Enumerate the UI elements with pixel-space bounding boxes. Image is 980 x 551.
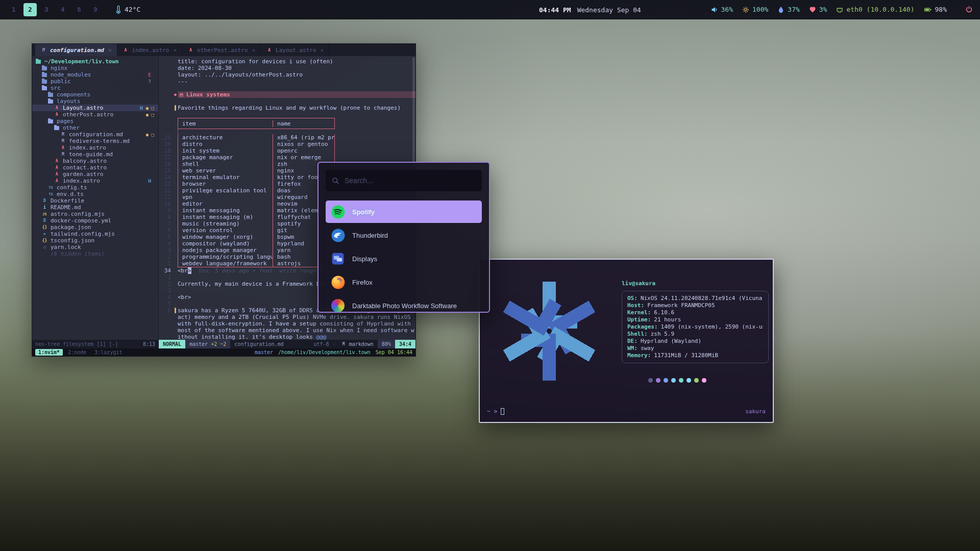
table-cell-item: instant messaging (m) [178,214,273,220]
astro-file-icon [266,47,273,53]
tree-item[interactable]: layouts [32,98,158,105]
tab-layout-astro[interactable]: Layout.astro × [261,44,329,56]
tree-item[interactable]: tailwind.config.mjs [32,231,158,237]
tree-item[interactable]: components [32,91,158,98]
file-type-icon [47,191,54,197]
tree-item[interactable]: tsconfig.json [32,237,158,244]
workspace-button[interactable]: 9 [89,3,102,16]
nixos-logo [489,266,609,396]
statusline-filename: configuration.md [230,340,287,348]
battery-icon [924,6,932,13]
table-cell-item: terminal emulator [178,174,273,181]
tree-item[interactable]: ~/Development/liv.town [32,58,158,65]
tree-item[interactable]: public ? [32,78,158,85]
tree-item[interactable]: configuration.md ● □ [32,131,158,138]
file-type-icon [47,185,54,190]
launcher-item-darktable[interactable]: Darktable Photo Workflow Software [326,294,482,313]
gear-icon [742,6,749,13]
file-type-icon [41,65,48,71]
tree-item[interactable]: env.d.ts [32,191,158,197]
buffer-tabline: configuration.md × index.astro × otherPo… [32,44,415,56]
fetch-info-label: Kernel: [627,309,651,316]
workspace-button[interactable]: 1 [7,3,20,16]
scroll-percentage: 80% [378,340,395,348]
file-type-icon [35,59,42,64]
launcher-item-thunderbird[interactable]: Thunderbird [326,224,482,246]
battery-module[interactable]: 98% [924,6,947,13]
tab-configuration-md[interactable]: configuration.md × [35,44,117,56]
tree-item[interactable]: README.md [32,204,158,211]
fetch-info-value: 6.10.6 [654,309,674,316]
close-icon[interactable]: × [321,47,324,54]
table-cell-item: web server [178,167,273,174]
volume-module[interactable]: 36% [711,6,733,13]
tree-item[interactable]: tone-guide.md [32,151,158,158]
tree-item[interactable]: Dockerfile [32,197,158,204]
fetch-info-label: OS: [627,295,638,302]
workspace-button[interactable]: 8 [72,3,86,16]
tree-item[interactable]: pages [32,118,158,124]
close-icon[interactable]: × [173,47,177,54]
load-module[interactable]: 3% [809,6,827,13]
terminal-window[interactable]: liv@sakura OS: NixOS 24.11.20240828.71e9… [479,259,774,423]
fetch-user-host: liv@sakura [622,280,769,287]
network-module[interactable]: eth0 (10.0.0.140) [836,6,914,13]
astro-file-icon [122,47,129,53]
table-cell-item: vpn [178,194,273,201]
workspace-button[interactable]: 2 [23,3,37,16]
tree-item[interactable]: src [32,85,158,91]
frontmatter-line: title: configuration for devices i use (… [178,58,333,65]
tree-item[interactable]: otherPost.astro ● □ [32,111,158,118]
tree-item[interactable]: yarn.lock [32,244,158,251]
tmux-window[interactable]: 3:lazygit [91,349,125,356]
tree-item[interactable]: index.astro H [32,178,158,184]
tree-item[interactable]: balcony.astro [32,158,158,164]
tree-item[interactable]: astro.config.mjs [32,211,158,217]
tree-item[interactable]: node_modules E [32,71,158,78]
tree-item[interactable]: fediverse-terms.md [32,138,158,144]
tree-item[interactable]: other [32,124,158,131]
table-cell-item: music (streaming) [178,220,273,227]
file-type-icon [41,224,48,230]
tmux-window[interactable]: 1:nvim* [35,349,63,356]
shell-prompt[interactable]: ~ > [487,408,504,415]
workspace-button[interactable]: 3 [40,3,53,16]
intro-line: Favorite things regarding Linux and my w… [178,105,401,111]
tree-item[interactable]: contact.astro [32,164,158,171]
close-icon[interactable]: × [108,47,112,54]
tree-item[interactable]: package.json [32,224,158,231]
tree-item[interactable]: garden.astro [32,171,158,178]
thunderbird-icon [331,228,345,242]
palette-dot [648,378,653,383]
launcher-item-displays[interactable]: Displays [326,247,482,270]
tmux-window[interactable]: 2:node [65,349,89,356]
tab-index-astro[interactable]: index.astro × [117,44,182,56]
tree-item[interactable]: config.ts [32,184,158,191]
tree-item[interactable]: index.astro [32,144,158,151]
search-input[interactable] [345,177,476,185]
table-cell-name: openrc [273,147,334,154]
terminal-cursor [501,408,504,415]
palette-dot [679,378,683,383]
file-type-icon [41,244,48,250]
frontmatter-line: layout: ../../layouts/otherPost.astro [178,71,303,78]
launcher-item-firefox[interactable]: Firefox [326,271,482,293]
prompt-char: > [494,408,498,415]
tree-item[interactable]: docker-compose.yml [32,217,158,224]
tree-item[interactable]: Layout.astro H● □ [32,105,158,111]
tree-item[interactable]: (6 hidden items) [32,251,158,257]
disk-module[interactable]: 37% [777,6,799,13]
git-modified-count: ~2 [220,341,226,347]
tab-otherpost-astro[interactable]: otherPost.astro × [182,44,261,56]
power-button[interactable] [965,6,973,13]
fetch-info-label: Shell: [627,331,648,338]
table-cell-item: shell [178,161,273,167]
close-icon[interactable]: × [252,47,255,54]
file-type-icon [41,72,48,78]
spotify-icon [331,205,345,219]
tree-item[interactable]: nginx [32,65,158,71]
gear-module[interactable]: 100% [742,6,768,13]
launcher-item-spotify[interactable]: Spotify [326,201,482,223]
workspace-button[interactable]: 4 [56,3,69,16]
temperature-module: 42°C [115,6,140,14]
